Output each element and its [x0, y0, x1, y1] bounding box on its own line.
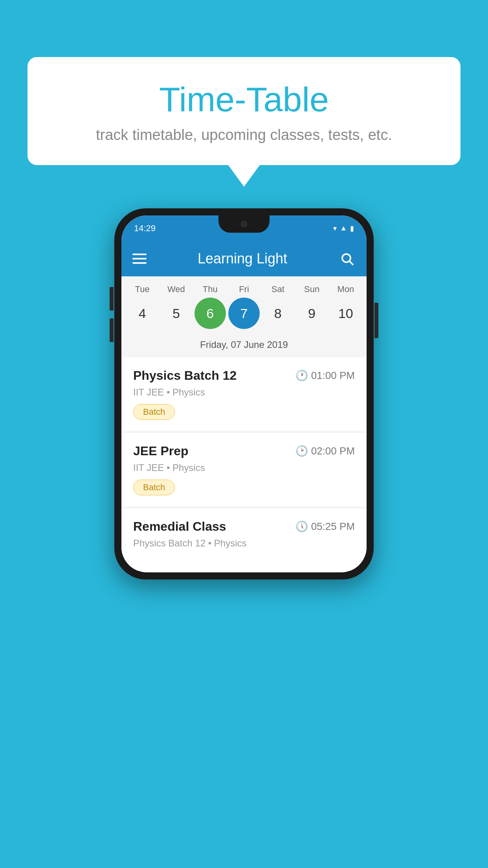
schedule-time-2: 🕑 02:00 PM	[295, 445, 355, 457]
day-header-sat: Sat	[262, 284, 294, 294]
clock-icon-3: 🕔	[295, 520, 308, 533]
schedule-item-3-header: Remedial Class 🕔 05:25 PM	[133, 519, 355, 534]
day-headers: Tue Wed Thu Fri Sat Sun Mon	[125, 284, 363, 294]
hamburger-line-1	[132, 254, 147, 255]
schedule-title-3: Remedial Class	[133, 519, 226, 534]
selected-date-label: Friday, 07 June 2019	[125, 335, 363, 357]
calendar-strip: Tue Wed Thu Fri Sat Sun Mon 4 5 6 7 8 9 …	[121, 276, 367, 357]
volume-down-button	[110, 318, 114, 342]
speech-bubble-arrow	[228, 165, 260, 187]
speech-bubble-title: Time-Table	[59, 81, 429, 119]
battery-icon: ▮	[350, 224, 354, 233]
signal-icon: ▲	[340, 224, 347, 232]
app-title: Learning Light	[147, 250, 338, 267]
day-6-today[interactable]: 6	[194, 298, 226, 329]
day-header-wed: Wed	[160, 284, 192, 294]
day-9[interactable]: 9	[296, 298, 328, 329]
schedule-item-2-header: JEE Prep 🕑 02:00 PM	[133, 444, 355, 458]
speech-bubble-subtitle: track timetable, upcoming classes, tests…	[59, 127, 429, 143]
status-bar: 14:29 ▾ ▲ ▮	[121, 215, 367, 241]
status-icons: ▾ ▲ ▮	[333, 224, 354, 233]
speech-bubble-container: Time-Table track timetable, upcoming cla…	[28, 57, 460, 187]
schedule-subtitle-3: Physics Batch 12 • Physics	[133, 538, 355, 549]
schedule-time-1: 🕐 01:00 PM	[295, 370, 355, 382]
day-header-mon: Mon	[330, 284, 361, 294]
schedule-item-1-header: Physics Batch 12 🕐 01:00 PM	[133, 368, 355, 383]
svg-line-1	[350, 261, 353, 265]
schedule-title-1: Physics Batch 12	[133, 368, 237, 383]
phone-container: 14:29 ▾ ▲ ▮ Learning Light	[114, 208, 374, 579]
wifi-icon: ▾	[333, 224, 337, 233]
day-8[interactable]: 8	[262, 298, 294, 329]
status-time: 14:29	[134, 223, 156, 234]
clock-icon-1: 🕐	[295, 370, 308, 382]
schedule-item-1[interactable]: Physics Batch 12 🕐 01:00 PM IIT JEE • Ph…	[121, 357, 367, 431]
batch-badge-1: Batch	[133, 404, 175, 420]
speech-bubble: Time-Table track timetable, upcoming cla…	[28, 57, 460, 165]
app-bar: Learning Light	[121, 241, 367, 276]
day-5[interactable]: 5	[160, 298, 192, 329]
search-button[interactable]	[338, 250, 356, 267]
day-10[interactable]: 10	[330, 298, 361, 329]
day-7-selected[interactable]: 7	[228, 298, 260, 329]
phone-screen: 14:29 ▾ ▲ ▮ Learning Light	[121, 215, 367, 572]
schedule-time-value-1: 01:00 PM	[311, 370, 355, 382]
hamburger-line-2	[132, 258, 147, 259]
day-header-fri: Fri	[228, 284, 260, 294]
menu-button[interactable]	[132, 254, 147, 264]
power-button	[374, 303, 378, 338]
notch	[218, 215, 270, 233]
batch-badge-2: Batch	[133, 480, 175, 495]
schedule-time-value-3: 05:25 PM	[311, 520, 355, 533]
schedule-subtitle-1: IIT JEE • Physics	[133, 387, 355, 398]
day-header-sun: Sun	[296, 284, 328, 294]
day-header-tue: Tue	[127, 284, 158, 294]
day-header-thu: Thu	[194, 284, 226, 294]
clock-icon-2: 🕑	[295, 445, 308, 457]
schedule-time-3: 🕔 05:25 PM	[295, 520, 355, 533]
hamburger-line-3	[132, 262, 147, 264]
schedule-item-2[interactable]: JEE Prep 🕑 02:00 PM IIT JEE • Physics Ba…	[121, 433, 367, 506]
schedule-list: Physics Batch 12 🕐 01:00 PM IIT JEE • Ph…	[121, 357, 367, 571]
schedule-subtitle-2: IIT JEE • Physics	[133, 462, 355, 473]
camera	[241, 221, 247, 227]
schedule-item-3[interactable]: Remedial Class 🕔 05:25 PM Physics Batch …	[121, 508, 367, 571]
schedule-time-value-2: 02:00 PM	[311, 445, 355, 457]
phone-outer: 14:29 ▾ ▲ ▮ Learning Light	[114, 208, 374, 579]
volume-up-button	[110, 287, 114, 311]
schedule-title-2: JEE Prep	[133, 444, 189, 458]
day-numbers: 4 5 6 7 8 9 10	[125, 298, 363, 329]
day-4[interactable]: 4	[127, 298, 158, 329]
